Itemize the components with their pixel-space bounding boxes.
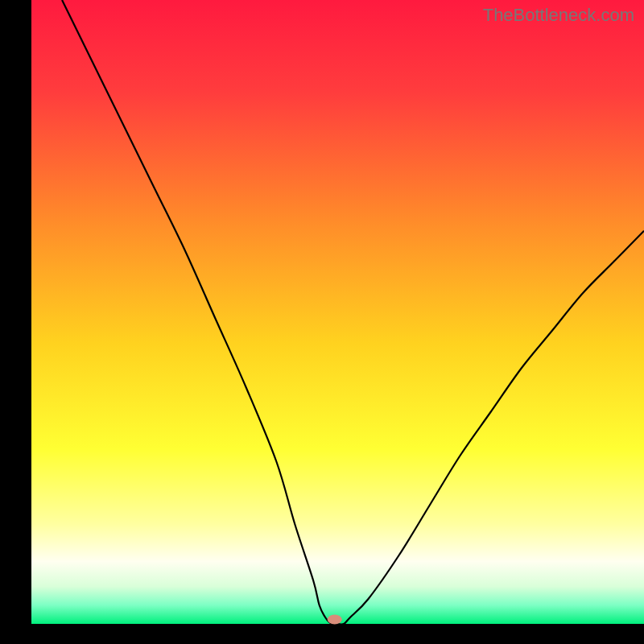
chart-svg (0, 0, 644, 644)
bottleneck-chart: TheBottleneck.com (0, 0, 644, 644)
optimal-marker (328, 615, 342, 625)
watermark-label: TheBottleneck.com (483, 5, 634, 26)
chart-plot-area (31, 0, 644, 624)
